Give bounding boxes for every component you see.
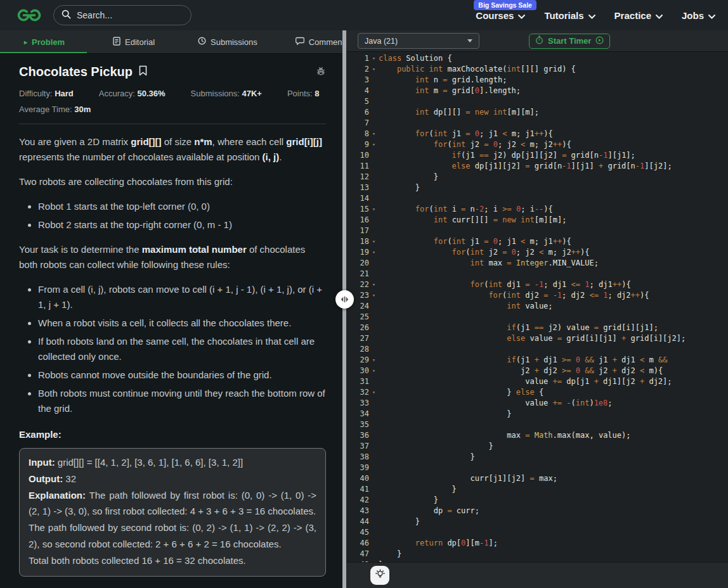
tab-editorial[interactable]: Editorial — [113, 37, 155, 48]
code-line[interactable]: 14 — [346, 193, 728, 204]
tab-submissions[interactable]: Submissions — [198, 37, 257, 47]
code-line[interactable]: 27 else value = grid[i][j1] + grid[i][j2… — [346, 333, 728, 344]
code-line[interactable]: 36 max = Math.max(max, value); — [346, 430, 728, 441]
code-line[interactable]: 25 — [346, 312, 728, 323]
code-line[interactable]: 18▾ for(int j1 = 0; j1 < m; j1++){ — [346, 236, 728, 247]
fold-arrow-icon[interactable]: ▾ — [369, 290, 379, 301]
line-number: 26 — [346, 323, 369, 333]
code-line[interactable]: 4 int m = grid[0].length; — [346, 86, 728, 96]
line-number: 25 — [346, 312, 369, 323]
tab-comments[interactable]: Comments — [296, 37, 342, 47]
code-line[interactable]: 23▾ for(int dj2 = -1; dj2 <= 1; dj2++){ — [346, 290, 728, 301]
fold-arrow-icon[interactable]: ▾ — [369, 279, 379, 290]
line-number: 17 — [346, 226, 369, 236]
editor-panel: Java (21) Start Timer 1▾class Solution {… — [346, 30, 728, 588]
line-number: 34 — [346, 409, 369, 419]
code-line[interactable]: 44 } — [346, 516, 728, 527]
code-line[interactable]: 45 — [346, 527, 728, 538]
code-line[interactable]: 43 dp = curr; — [346, 506, 728, 516]
nav-tutorials[interactable]: Tutorials — [544, 10, 595, 21]
code-line[interactable]: 15▾ for(int i = n-2; i >= 0; i--){ — [346, 204, 728, 215]
fold-arrow-icon[interactable]: ▾ — [369, 129, 379, 139]
panel-resize-divider[interactable] — [342, 30, 346, 588]
code-line[interactable]: 32▾ } else { — [346, 387, 728, 398]
code-line[interactable]: 1▾class Solution { — [346, 53, 728, 64]
code-line[interactable]: 7 — [346, 118, 728, 129]
code-line[interactable]: 40 curr[j1][j2] = max; — [346, 473, 728, 484]
code-line[interactable]: 29▾ if(j1 + dj1 >= 0 && j1 + dj1 < m && — [346, 355, 728, 366]
code-line[interactable]: 11 else dp[j1][j2] = grid[n-1][j1] + gri… — [346, 161, 728, 172]
language-select[interactable]: Java (21) — [358, 33, 479, 49]
code-line[interactable]: 13 } — [346, 182, 728, 193]
fold-spacer — [369, 107, 379, 118]
fold-arrow-icon[interactable]: ▾ — [369, 64, 379, 75]
code-line[interactable]: 37 } — [346, 441, 728, 452]
tab-problem[interactable]: ▸ Problem — [24, 37, 65, 47]
fold-arrow-icon[interactable]: ▾ — [369, 139, 379, 150]
line-number: 3 — [346, 75, 369, 86]
fold-arrow-icon[interactable]: ▾ — [369, 204, 379, 215]
bookmark-icon[interactable] — [139, 65, 147, 79]
code-editor[interactable]: 1▾class Solution {2▾ public int maxChoco… — [346, 52, 728, 562]
code-line[interactable]: 12 } — [346, 172, 728, 182]
code-line[interactable]: 39 — [346, 463, 728, 473]
code-line[interactable]: 5 — [346, 96, 728, 107]
panel-resize-handle-icon[interactable] — [335, 290, 354, 309]
fold-spacer — [369, 86, 379, 96]
code-text: for(int dj1 = -1; dj1 <= 1; dj1++){ — [379, 279, 631, 290]
code-line[interactable]: 22▾ for(int dj1 = -1; dj1 <= 1; dj1++){ — [346, 279, 728, 290]
line-number: 29 — [346, 355, 369, 366]
code-line[interactable]: 8▾ for(int j1 = 0; j1 < m; j1++){ — [346, 129, 728, 139]
nav-courses-label: Courses — [476, 10, 514, 21]
code-line[interactable]: 28 — [346, 344, 728, 355]
line-number: 20 — [346, 258, 369, 269]
code-line[interactable]: 17 — [346, 226, 728, 236]
nav-practice[interactable]: Practice — [614, 10, 663, 21]
code-line[interactable]: 26 if(j1 == j2) value = grid[i][j1]; — [346, 323, 728, 333]
code-text: for(int j1 = 0; j1 < m; j1++){ — [379, 236, 571, 247]
code-line[interactable]: 33 value += -(int)1e8; — [346, 398, 728, 409]
fold-arrow-icon[interactable]: ▾ — [369, 355, 379, 366]
code-line[interactable]: 2▾ public int maxChocolate(int[][] grid)… — [346, 64, 728, 75]
line-number: 10 — [346, 150, 369, 161]
code-line[interactable]: 6 int dp[][] = new int[m][m]; — [346, 107, 728, 118]
line-number: 11 — [346, 161, 369, 172]
fold-arrow-icon[interactable]: ▾ — [369, 236, 379, 247]
top-header: Search... Big Savings Sale Courses Tutor… — [0, 0, 728, 30]
fold-arrow-icon[interactable]: ▾ — [369, 247, 379, 258]
line-number: 12 — [346, 172, 369, 182]
description-paragraph: You are given a 2D matrix grid[][] of si… — [19, 134, 326, 165]
fold-arrow-icon[interactable]: ▾ — [369, 366, 379, 376]
start-timer-button[interactable]: Start Timer — [529, 34, 610, 49]
code-line[interactable]: 10 if(j1 == j2) dp[j1][j2] = grid[n-1][j… — [346, 150, 728, 161]
code-line[interactable]: 31 value += dp[j1 + dj1][j2 + dj2]; — [346, 376, 728, 387]
line-number: 45 — [346, 527, 369, 538]
code-line[interactable]: 30▾ j2 + dj2 >= 0 && j2 + dj2 < m){ — [346, 366, 728, 376]
fold-arrow-icon[interactable]: ▾ — [369, 387, 379, 398]
code-line[interactable]: 16 int curr[][] = new int[m][m]; — [346, 215, 728, 226]
code-line[interactable]: 20 int max = Integer.MIN_VALUE; — [346, 258, 728, 269]
code-line[interactable]: 41 } — [346, 484, 728, 495]
code-line[interactable]: 38 } — [346, 452, 728, 463]
report-bug-icon[interactable] — [316, 66, 326, 79]
code-line[interactable]: 24 int value; — [346, 301, 728, 312]
fold-spacer — [369, 344, 379, 355]
code-line[interactable]: 34 } — [346, 409, 728, 419]
problem-description: You are given a 2D matrix grid[][] of si… — [19, 134, 326, 416]
code-line[interactable]: 21 — [346, 269, 728, 279]
code-line[interactable]: 19▾ for(int j2 = 0; j2 < m; j2++){ — [346, 247, 728, 258]
code-line[interactable]: 9▾ for(int j2 = 0; j2 < m; j2++){ — [346, 139, 728, 150]
nav-jobs[interactable]: Jobs — [682, 10, 715, 21]
code-line[interactable]: 47 } — [346, 549, 728, 559]
code-line[interactable]: 3 int n = grid.length; — [346, 75, 728, 86]
hint-button[interactable] — [370, 566, 389, 585]
code-line[interactable]: 46 return dp[0][m-1]; — [346, 538, 728, 549]
fold-arrow-icon[interactable]: ▾ — [369, 53, 379, 64]
fold-spacer — [369, 484, 379, 495]
tab-problem-label: Problem — [32, 37, 65, 47]
code-line[interactable]: 35 — [346, 419, 728, 430]
nav-courses[interactable]: Big Savings Sale Courses — [476, 10, 525, 21]
geeksforgeeks-logo-icon[interactable] — [16, 7, 42, 23]
code-line[interactable]: 42 } — [346, 495, 728, 506]
search-input[interactable]: Search... — [53, 5, 192, 25]
